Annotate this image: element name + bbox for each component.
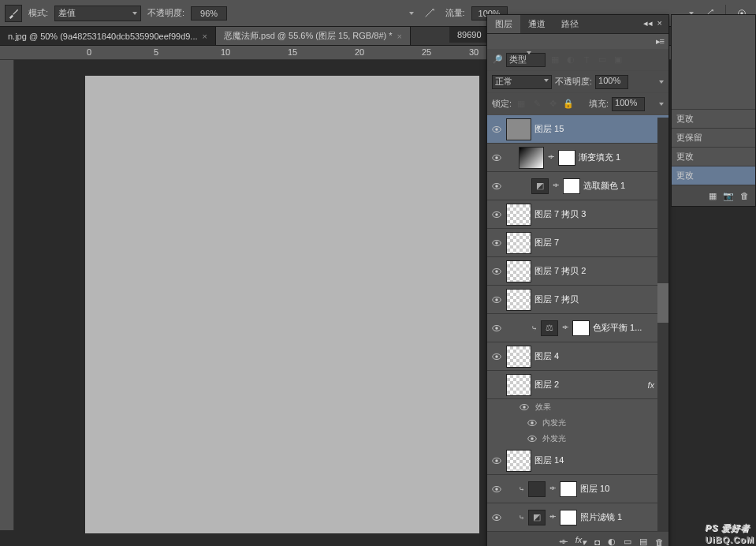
visibility-toggle[interactable] bbox=[490, 237, 503, 249]
lock-fill-row: 锁定: ▦ ✎ ✥ 🔒 填充: 100% bbox=[487, 93, 668, 115]
layer-name[interactable]: 图层 10 bbox=[580, 483, 665, 495]
layer-name[interactable]: 渐变填充 1 bbox=[579, 151, 665, 163]
history-item[interactable]: 更改 bbox=[672, 148, 755, 166]
tab-layers[interactable]: 图层 bbox=[487, 15, 520, 33]
layer-row[interactable]: 图层 7 bbox=[487, 229, 668, 257]
group-icon[interactable]: ▭ bbox=[624, 537, 631, 546]
pressure-opacity-button[interactable] bbox=[420, 5, 439, 22]
mask-link-icon[interactable]: ⬲ bbox=[549, 514, 557, 522]
filter-shape-icon[interactable]: ▭ bbox=[596, 54, 609, 66]
blend-mode-dropdown[interactable]: 差值 bbox=[54, 6, 141, 21]
filter-adjust-icon[interactable]: ◐ bbox=[564, 54, 577, 66]
opacity-stepper[interactable] bbox=[659, 80, 664, 84]
layer-row[interactable]: 图层 7 拷贝 bbox=[487, 286, 668, 314]
fx-icon[interactable]: fx▾ bbox=[575, 535, 587, 546]
lock-paint-icon[interactable]: ✎ bbox=[531, 98, 543, 110]
layer-fill-input[interactable]: 100% bbox=[612, 97, 645, 111]
layer-row[interactable]: ⬲渐变填充 1 bbox=[487, 144, 668, 172]
history-new-doc-icon[interactable]: ▦ bbox=[709, 191, 717, 201]
scrollbar[interactable] bbox=[657, 118, 668, 532]
layer-name[interactable]: 图层 4 bbox=[534, 350, 665, 362]
layer-name[interactable]: 色彩平衡 1... bbox=[593, 322, 665, 334]
layer-name[interactable]: 选取颜色 1 bbox=[583, 180, 665, 192]
layer-filter-row: 🔎 类型 ▦ ◐ T ▭ ▣ bbox=[487, 49, 668, 71]
visibility-toggle[interactable] bbox=[490, 294, 503, 306]
layer-row[interactable]: 图层 7 拷贝 2 bbox=[487, 257, 668, 286]
visibility-toggle[interactable] bbox=[490, 265, 503, 278]
document-tab[interactable]: 89690 bbox=[449, 27, 490, 43]
mask-link-icon[interactable]: ⬲ bbox=[561, 324, 569, 332]
tab-paths[interactable]: 路径 bbox=[553, 15, 587, 33]
filter-type-icon[interactable]: T bbox=[580, 54, 593, 66]
mask-link-icon[interactable]: ⬲ bbox=[552, 182, 560, 190]
mask-link-icon[interactable]: ⬲ bbox=[547, 154, 555, 162]
lock-trans-icon[interactable]: ▦ bbox=[515, 98, 527, 110]
new-layer-icon[interactable]: ▤ bbox=[639, 537, 647, 546]
document-tab[interactable]: 恶魔法师.psd @ 55.6% (图层 15, RGB/8#) *× bbox=[216, 27, 411, 45]
scroll-thumb[interactable] bbox=[657, 283, 668, 323]
layer-row[interactable]: 图层 15 bbox=[487, 115, 668, 144]
snapshot-icon[interactable]: 📷 bbox=[723, 191, 734, 201]
history-item[interactable]: 更保留 bbox=[672, 129, 755, 148]
visibility-toggle[interactable] bbox=[490, 379, 503, 391]
visibility-toggle[interactable] bbox=[490, 322, 503, 335]
layer-blend-dropdown[interactable]: 正常 bbox=[492, 75, 552, 89]
visibility-toggle[interactable] bbox=[490, 123, 503, 136]
tab-channels[interactable]: 通道 bbox=[520, 15, 553, 33]
layer-row[interactable]: 图层 4 bbox=[487, 342, 668, 371]
fill-stepper[interactable] bbox=[659, 103, 664, 106]
panel-menu-icon[interactable]: ▸≡ bbox=[656, 36, 664, 46]
layer-thumb bbox=[506, 289, 531, 311]
mask-link-icon[interactable]: ⬲ bbox=[549, 485, 557, 493]
opacity-input[interactable]: 96% bbox=[191, 6, 227, 21]
delete-icon[interactable]: 🗑 bbox=[655, 537, 664, 547]
layer-opacity-input[interactable]: 100% bbox=[595, 75, 628, 89]
visibility-toggle[interactable] bbox=[490, 350, 503, 363]
fill-label: 填充: bbox=[589, 98, 609, 110]
close-icon[interactable]: × bbox=[203, 32, 207, 41]
layer-row[interactable]: 图层 2fx▾ bbox=[487, 371, 668, 399]
lock-all-icon[interactable]: 🔒 bbox=[562, 98, 575, 110]
layer-row[interactable]: ⤷⬲图层 10 bbox=[487, 475, 668, 503]
visibility-toggle[interactable] bbox=[490, 483, 503, 496]
opacity-stepper[interactable] bbox=[409, 12, 414, 15]
document-canvas[interactable] bbox=[85, 76, 479, 533]
layer-name[interactable]: 图层 15 bbox=[534, 123, 665, 135]
layer-row[interactable]: 图层 14 bbox=[487, 447, 668, 475]
layer-row[interactable]: ◩⬲选取颜色 1 bbox=[487, 172, 668, 200]
visibility-toggle[interactable] bbox=[490, 511, 503, 524]
layer-name[interactable]: 图层 7 拷贝 bbox=[534, 294, 665, 305]
filter-smart-icon[interactable]: ▣ bbox=[612, 54, 624, 66]
layer-row[interactable]: ⤷⚖⬲色彩平衡 1... bbox=[487, 314, 668, 342]
filter-pixel-icon[interactable]: ▦ bbox=[549, 54, 561, 66]
layer-name[interactable]: 图层 7 拷贝 2 bbox=[534, 265, 665, 277]
link-layers-icon[interactable]: ⬲ bbox=[559, 537, 568, 547]
visibility-toggle[interactable] bbox=[490, 180, 503, 193]
fx-item[interactable]: 内发光 bbox=[487, 415, 668, 431]
visibility-toggle[interactable] bbox=[490, 208, 503, 221]
history-item[interactable]: 更改 bbox=[672, 110, 755, 129]
layer-name[interactable]: 照片滤镜 1 bbox=[580, 511, 665, 523]
delete-icon[interactable]: 🗑 bbox=[740, 191, 749, 200]
filter-type-dropdown[interactable]: 类型 bbox=[506, 53, 546, 67]
visibility-toggle[interactable] bbox=[490, 454, 503, 467]
layer-name[interactable]: 图层 14 bbox=[534, 454, 665, 466]
close-icon[interactable]: × bbox=[657, 18, 662, 30]
close-icon[interactable]: × bbox=[397, 32, 402, 41]
collapse-icon[interactable]: ◂◂ bbox=[643, 18, 653, 30]
adjustment-thumb: ◩ bbox=[531, 178, 549, 194]
document-tab[interactable]: n.jpg @ 50% (9a482531840dcb535990eef99d9… bbox=[0, 27, 216, 45]
layer-name[interactable]: 图层 7 bbox=[534, 237, 665, 249]
tool-preset-button[interactable] bbox=[5, 5, 22, 22]
history-item[interactable]: 更改 bbox=[672, 166, 755, 185]
visibility-toggle[interactable] bbox=[490, 151, 503, 164]
layer-name[interactable]: 图层 2 bbox=[534, 379, 644, 391]
layer-row[interactable]: 图层 7 拷贝 3 bbox=[487, 200, 668, 229]
layer-row[interactable]: ⤷◩⬲照片滤镜 1 bbox=[487, 503, 668, 532]
fx-badge[interactable]: fx bbox=[647, 380, 654, 390]
layer-name[interactable]: 图层 7 拷贝 3 bbox=[534, 208, 665, 220]
adjustment-icon[interactable]: ◐ bbox=[608, 537, 616, 546]
fx-item[interactable]: 外发光 bbox=[487, 431, 668, 447]
mask-icon[interactable]: ◘ bbox=[594, 537, 600, 547]
lock-move-icon[interactable]: ✥ bbox=[546, 98, 559, 110]
